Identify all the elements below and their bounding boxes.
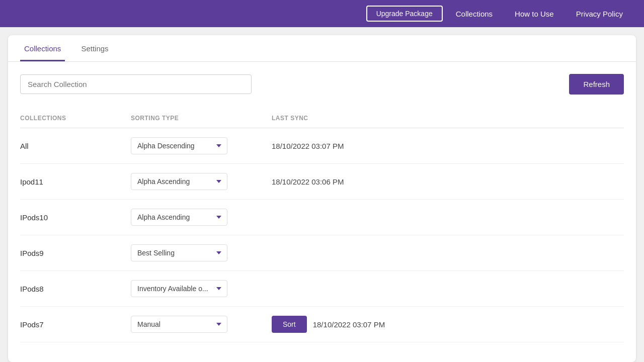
- tab-settings[interactable]: Settings: [77, 35, 112, 61]
- sorting-select[interactable]: Alpha DescendingAlpha AscendingBest Sell…: [131, 173, 227, 190]
- table-row: Ipod11Alpha DescendingAlpha AscendingBes…: [20, 164, 624, 200]
- sorting-cell: Alpha DescendingAlpha AscendingBest Sell…: [131, 316, 272, 333]
- sorting-select-wrapper: Alpha DescendingAlpha AscendingBest Sell…: [131, 244, 227, 261]
- last-sync-value: 18/10/2022 03:07 PM: [272, 142, 344, 150]
- nav-how-to-use-link[interactable]: How to Use: [506, 7, 563, 21]
- last-sync-value: 18/10/2022 03:07 PM: [313, 320, 385, 329]
- table-row: AllAlpha DescendingAlpha AscendingBest S…: [20, 128, 624, 164]
- sorting-cell: Alpha DescendingAlpha AscendingBest Sell…: [131, 280, 272, 297]
- tab-bar: Collections Settings: [8, 35, 636, 62]
- refresh-button[interactable]: Refresh: [569, 74, 624, 95]
- content-area: Refresh COLLECTIONS SORTING TYPE LAST SY…: [8, 62, 636, 354]
- tab-collections[interactable]: Collections: [20, 35, 65, 61]
- collection-name: IPods8: [20, 285, 131, 293]
- nav-collections-link[interactable]: Collections: [447, 7, 502, 21]
- table-header: COLLECTIONS SORTING TYPE LAST SYNC: [20, 111, 624, 128]
- table-row: IPods10Alpha DescendingAlpha AscendingBe…: [20, 200, 624, 235]
- col-header-sorting: SORTING TYPE: [131, 115, 272, 122]
- sync-cell: Sort18/10/2022 03:07 PM: [272, 316, 624, 333]
- last-sync-value: 18/10/2022 03:06 PM: [272, 177, 344, 186]
- sorting-cell: Alpha DescendingAlpha AscendingBest Sell…: [131, 137, 272, 154]
- table-row: IPods7Alpha DescendingAlpha AscendingBes…: [20, 307, 624, 342]
- sorting-cell: Alpha DescendingAlpha AscendingBest Sell…: [131, 244, 272, 261]
- sorting-select-wrapper: Alpha DescendingAlpha AscendingBest Sell…: [131, 173, 227, 190]
- sort-button[interactable]: Sort: [272, 316, 307, 333]
- sorting-select-wrapper: Alpha DescendingAlpha AscendingBest Sell…: [131, 137, 227, 154]
- collection-name: IPods9: [20, 249, 131, 257]
- nav-privacy-policy-link[interactable]: Privacy Policy: [567, 7, 632, 21]
- sorting-select-wrapper: Alpha DescendingAlpha AscendingBest Sell…: [131, 316, 227, 333]
- sorting-select[interactable]: Alpha DescendingAlpha AscendingBest Sell…: [131, 137, 227, 154]
- sorting-cell: Alpha DescendingAlpha AscendingBest Sell…: [131, 173, 272, 190]
- collection-name: IPods10: [20, 213, 131, 222]
- sorting-select-wrapper: Alpha DescendingAlpha AscendingBest Sell…: [131, 209, 227, 226]
- sync-cell: 18/10/2022 03:07 PM: [272, 142, 624, 150]
- sorting-select[interactable]: Alpha DescendingAlpha AscendingBest Sell…: [131, 280, 227, 297]
- sorting-select[interactable]: Alpha DescendingAlpha AscendingBest Sell…: [131, 209, 227, 226]
- search-row: Refresh: [20, 74, 624, 95]
- search-input[interactable]: [20, 74, 252, 94]
- collection-name: IPods7: [20, 320, 131, 329]
- sorting-cell: Alpha DescendingAlpha AscendingBest Sell…: [131, 209, 272, 226]
- table-row: IPods9Alpha DescendingAlpha AscendingBes…: [20, 235, 624, 271]
- upgrade-package-button[interactable]: Upgrade Package: [366, 6, 443, 22]
- sorting-select[interactable]: Alpha DescendingAlpha AscendingBest Sell…: [131, 244, 227, 261]
- app-header: Upgrade Package Collections How to Use P…: [0, 0, 644, 27]
- main-panel: Collections Settings Refresh COLLECTIONS…: [8, 35, 636, 362]
- sorting-select-wrapper: Alpha DescendingAlpha AscendingBest Sell…: [131, 280, 227, 297]
- sorting-select[interactable]: Alpha DescendingAlpha AscendingBest Sell…: [131, 316, 227, 333]
- collection-name: Ipod11: [20, 177, 131, 186]
- col-header-collections: COLLECTIONS: [20, 115, 131, 122]
- sync-cell: 18/10/2022 03:06 PM: [272, 177, 624, 186]
- table-row: IPods8Alpha DescendingAlpha AscendingBes…: [20, 271, 624, 307]
- col-header-last-sync: LAST SYNC: [272, 115, 624, 122]
- table-body: AllAlpha DescendingAlpha AscendingBest S…: [20, 128, 624, 342]
- collection-name: All: [20, 142, 131, 150]
